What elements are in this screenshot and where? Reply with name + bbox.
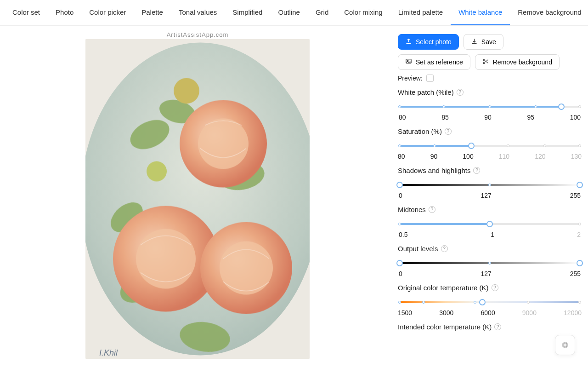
help-icon[interactable]: ?	[494, 323, 501, 330]
preview-checkbox[interactable]	[426, 75, 434, 82]
help-icon[interactable]: ?	[429, 206, 435, 213]
svg-point-14	[136, 229, 196, 289]
intended-temp-label: Intended color temperature (K)	[398, 323, 492, 331]
sidebar-controls: Select photo Save Set as reference Remov…	[395, 26, 588, 368]
help-icon[interactable]: ?	[473, 167, 480, 174]
tab-grid[interactable]: Grid	[308, 0, 336, 25]
tab-color-picker[interactable]: Color picker	[81, 0, 134, 25]
wp-tick-0: 80	[399, 114, 406, 121]
sat-tick-5: 130	[571, 153, 582, 160]
remove-background-label: Remove background	[493, 58, 552, 66]
set-as-reference-button[interactable]: Set as reference	[398, 54, 470, 70]
image-icon	[405, 58, 412, 66]
select-photo-label: Select photo	[416, 38, 452, 46]
help-icon[interactable]: ?	[445, 128, 452, 135]
ot-tick-2: 6000	[481, 309, 495, 316]
sat-tick-4: 120	[535, 153, 545, 160]
ot-tick-1: 3000	[439, 309, 453, 316]
svg-point-10	[147, 161, 167, 182]
photo-canvas[interactable]: I.Khil	[85, 39, 310, 359]
svg-point-9	[174, 78, 199, 104]
tab-outline[interactable]: Outline	[270, 0, 308, 25]
ol-tick-2: 255	[570, 270, 581, 277]
tabs-bar: Color set Photo Color picker Palette Ton…	[0, 0, 588, 26]
shadows-highlights-slider[interactable]	[398, 183, 582, 187]
remove-background-button[interactable]: Remove background	[475, 54, 560, 70]
svg-text:I.Khil: I.Khil	[99, 348, 118, 357]
sh-tick-1: 127	[481, 192, 492, 199]
tab-color-mixing[interactable]: Color mixing	[336, 0, 390, 25]
svg-point-12	[198, 119, 249, 169]
orig-temp-label: Original color temperature (K)	[398, 284, 489, 292]
wp-tick-3: 95	[527, 114, 534, 121]
watermark-text: ArtistAssistApp.com	[167, 31, 229, 38]
sat-tick-3: 110	[499, 153, 509, 160]
output-levels-slider[interactable]	[398, 261, 582, 265]
scissors-icon	[482, 58, 489, 66]
tab-tonal-values[interactable]: Tonal values	[171, 0, 225, 25]
sh-tick-2: 255	[570, 192, 581, 199]
wp-tick-2: 90	[484, 114, 492, 121]
download-icon	[471, 38, 478, 46]
orig-temp-slider[interactable]	[398, 300, 582, 305]
shadows-label: Shadows and highlights	[398, 167, 470, 174]
ol-tick-1: 127	[481, 270, 492, 277]
tab-simplified[interactable]: Simplified	[225, 0, 270, 25]
save-label: Save	[481, 38, 496, 46]
wp-tick-1: 85	[441, 114, 449, 121]
mid-tick-2: 2	[577, 231, 581, 238]
ot-tick-3: 9000	[522, 309, 537, 316]
mid-tick-1: 1	[491, 231, 494, 238]
svg-point-20	[483, 59, 485, 61]
preview-label: Preview:	[398, 75, 423, 82]
ot-tick-4: 12000	[564, 309, 582, 316]
sh-tick-0: 0	[399, 192, 402, 199]
help-icon[interactable]: ?	[441, 245, 448, 252]
tab-palette[interactable]: Palette	[134, 0, 171, 25]
mid-tick-0: 0.5	[399, 231, 407, 238]
ol-tick-0: 0	[399, 270, 402, 277]
saturation-slider[interactable]	[398, 144, 582, 148]
wp-tick-4: 100	[570, 114, 581, 121]
sat-tick-1: 90	[430, 153, 438, 160]
help-icon[interactable]: ?	[457, 89, 464, 96]
tab-photo[interactable]: Photo	[48, 0, 81, 25]
midtones-slider[interactable]	[398, 222, 582, 226]
upload-icon	[405, 38, 412, 46]
save-button[interactable]: Save	[464, 34, 503, 50]
preview-area: ArtistAssistApp.com	[0, 26, 395, 368]
tab-limited-palette[interactable]: Limited palette	[390, 0, 451, 25]
sat-tick-0: 80	[398, 153, 405, 160]
sat-tick-2: 100	[463, 153, 473, 160]
output-levels-label: Output levels	[398, 245, 438, 253]
help-icon[interactable]: ?	[492, 284, 498, 291]
tab-white-balance[interactable]: White balance	[451, 0, 510, 25]
select-photo-button[interactable]: Select photo	[398, 34, 459, 50]
saturation-label: Saturation (%)	[398, 127, 442, 135]
collapse-icon-button[interactable]	[555, 335, 575, 355]
tab-color-set[interactable]: Color set	[5, 0, 48, 25]
midtones-label: Midtones	[398, 206, 426, 213]
svg-point-21	[483, 62, 485, 64]
tab-remove-background[interactable]: Remove background	[510, 0, 588, 25]
set-as-reference-label: Set as reference	[416, 58, 463, 66]
white-patch-label: White patch (%ile)	[398, 88, 454, 96]
ot-tick-0: 1500	[398, 309, 412, 316]
white-patch-slider[interactable]	[398, 104, 582, 109]
